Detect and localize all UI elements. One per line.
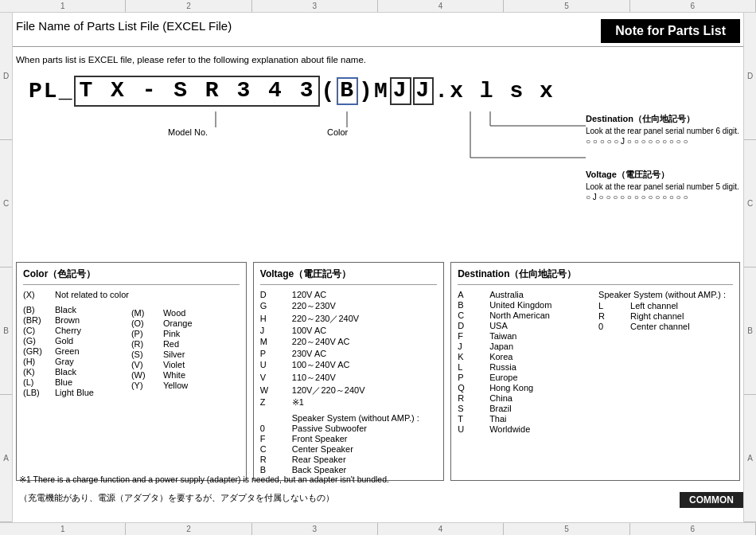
- color-val: Pink: [163, 329, 240, 338]
- color-val: Black: [55, 367, 131, 377]
- voltage-val: 230V AC: [292, 349, 437, 358]
- ruler-right: D C B A: [743, 13, 756, 522]
- color-key: (S): [131, 350, 160, 359]
- list-item: (V) Violet: [131, 360, 240, 369]
- list-item: H 220～230／240V: [260, 313, 437, 325]
- ruler-left: D C B A: [0, 13, 13, 522]
- list-item: R Right channel: [598, 311, 733, 321]
- voltage-key: Z: [260, 397, 289, 407]
- list-item: (K) Black: [23, 367, 131, 377]
- list-item: (R) Red: [131, 339, 240, 349]
- voltage-key: F: [260, 434, 289, 443]
- list-item: L Russia: [458, 362, 592, 372]
- speaker-system-title: Speaker System (without AMP.) :: [598, 290, 733, 299]
- dest-val: Korea: [489, 352, 592, 361]
- ruler-cell: 2: [126, 523, 251, 535]
- list-item: (C) Cherry: [23, 326, 131, 335]
- ruler-side-cell: C: [744, 140, 756, 268]
- dest-key: C: [458, 310, 486, 320]
- ruler-cell: 6: [630, 0, 756, 12]
- list-item: C North American: [458, 310, 592, 320]
- color-col-2: (M) Wood (O) Orange (P) Pink (R) Red: [131, 290, 240, 398]
- voltage-table: Voltage（電圧記号） D 120V AC G 220～230V H 220…: [253, 262, 444, 481]
- ruler-cell: 6: [630, 523, 756, 535]
- speaker-val: Right channel: [630, 311, 733, 321]
- ruler-cell: 5: [504, 523, 629, 535]
- color-val: Not related to color: [55, 290, 131, 299]
- list-item: J Japan: [458, 342, 592, 351]
- color-table: Color（色記号） (X) Not related to color (B) …: [16, 262, 247, 481]
- color-val: Violet: [163, 360, 240, 369]
- list-item: K Korea: [458, 352, 592, 361]
- voltage-val: 220～230／240V: [292, 313, 437, 325]
- ruler-cell: 3: [252, 523, 378, 535]
- ruler-side-cell: D: [0, 13, 12, 140]
- color-val: Cherry: [55, 326, 131, 335]
- list-item: F Taiwan: [458, 331, 592, 341]
- color-val: Silver: [163, 350, 240, 359]
- char-paren-open: (: [321, 79, 336, 103]
- ruler-side-cell: B: [0, 268, 12, 395]
- filename-section: P L _ T X - S R 3 4 3 ( B ) M J J . x l …: [13, 69, 743, 252]
- color-key: (BR): [23, 315, 52, 325]
- list-item: (H) Gray: [23, 357, 131, 366]
- tables-section: Color（色記号） (X) Not related to color (B) …: [13, 256, 743, 484]
- voltage-key: J: [260, 326, 289, 335]
- ruler-top: 1 2 3 4 5 6: [0, 0, 756, 13]
- char-boxed-TX-SR343: T X - S R 3 4 3: [74, 76, 320, 107]
- ruler-side-cell: A: [744, 395, 756, 522]
- voltage-key: V: [260, 373, 289, 382]
- voltage-key: U: [260, 360, 289, 369]
- voltage-val: 120V／220～240V: [292, 385, 437, 396]
- speaker-key: 0: [598, 322, 627, 331]
- list-item: A Australia: [458, 290, 592, 299]
- voltage-key: W: [260, 385, 289, 395]
- list-item: 0 Passive Subwoofer: [260, 424, 437, 433]
- ruler-cell: 4: [378, 0, 504, 12]
- dest-key: B: [458, 300, 486, 310]
- dest-key: L: [458, 362, 486, 372]
- dest-val: Taiwan: [489, 331, 592, 341]
- intro-text: When parts list is EXCEL file, please re…: [13, 47, 743, 69]
- voltage-val: Rear Speaker: [292, 455, 437, 464]
- footnote-area: ※1 There is a charge function and a powe…: [16, 471, 696, 509]
- voltage-key: P: [260, 349, 289, 358]
- voltage-val: Center Speaker: [292, 444, 437, 454]
- char-boxed-J2: J: [413, 77, 435, 105]
- color-key: (M): [131, 308, 160, 318]
- list-item: D USA: [458, 321, 592, 330]
- dest-val: Thai: [489, 414, 592, 424]
- char-boxed-J1: J: [390, 77, 411, 105]
- voltage-val: 100V AC: [292, 326, 437, 335]
- dest-right: Speaker System (without AMP.) : L Left c…: [598, 290, 733, 435]
- speaker-key: R: [598, 311, 627, 321]
- char-dot: .: [435, 79, 450, 103]
- list-item: (LB) Light Blue: [23, 388, 131, 397]
- dest-table-content: A Australia B United Kingdom C North Ame…: [458, 290, 733, 435]
- list-item: R Rear Speaker: [260, 455, 437, 464]
- color-key: (H): [23, 357, 52, 366]
- voltage-key: 0: [260, 424, 289, 433]
- list-item: (Y) Yellow: [131, 381, 240, 390]
- ruler-cell: 2: [126, 0, 251, 12]
- ruler-cell: 1: [0, 523, 126, 535]
- list-item: G 220～230V: [260, 300, 437, 312]
- ruler-cell: 4: [378, 523, 504, 535]
- list-item: (O) Orange: [131, 318, 240, 328]
- ruler-side-cell: C: [0, 140, 12, 268]
- footnote-text: ※1 There is a charge function and a powe…: [16, 471, 696, 490]
- list-item: (X) Not related to color: [23, 290, 131, 299]
- dest-val: Japan: [489, 342, 592, 351]
- dest-val: North American: [489, 310, 592, 320]
- dest-val: China: [489, 393, 592, 403]
- footnote-text-jp: （充電機能があり、電源（アダプタ）を要するが、アダプタを付属しないもの）: [16, 489, 696, 508]
- dest-val: Worldwide: [489, 424, 592, 434]
- list-item: 0 Center channel: [598, 322, 733, 331]
- speaker-val: Left channel: [630, 301, 733, 310]
- char-underscore: _: [59, 79, 74, 103]
- dest-key: T: [458, 414, 486, 424]
- color-key: (V): [131, 360, 160, 369]
- list-item: (B) Black: [23, 305, 131, 314]
- list-item: D 120V AC: [260, 290, 437, 299]
- char-M: M: [374, 79, 389, 103]
